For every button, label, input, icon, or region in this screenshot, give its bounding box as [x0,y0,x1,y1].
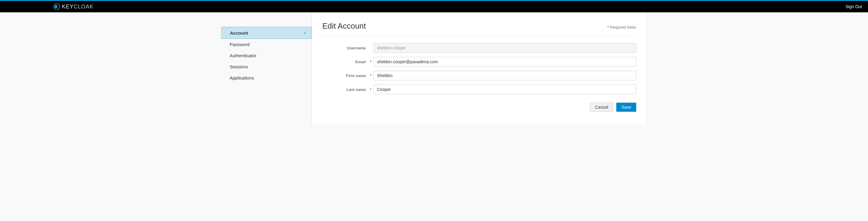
form-actions: Cancel Save [322,103,636,112]
label-last-name: Last name [322,87,368,92]
username-input [374,43,636,53]
sidebar-item-account[interactable]: Account › [221,27,311,39]
sidebar-item-label: Authenticator [230,53,256,58]
required-marker: * [368,87,374,92]
sidebar-item-label: Account [230,30,248,36]
form-row-username: Username [322,43,636,53]
brand-text: KEYCLOAK [62,4,94,10]
main-header: Edit Account * Required fields [322,22,636,36]
label-username: Username [322,46,368,50]
form-row-email: Email * [322,57,636,67]
required-marker: * [368,60,374,64]
email-input[interactable] [374,57,636,67]
topbar: KEYCLOAK Sign Out [0,1,868,12]
cancel-button[interactable]: Cancel [590,103,613,112]
main-panel: Edit Account * Required fields Username … [312,12,647,124]
sidebar-item-authenticator[interactable]: Authenticator [221,50,311,61]
save-button[interactable]: Save [616,103,636,112]
label-email: Email [322,60,368,64]
sidebar-item-password[interactable]: Password [221,39,311,50]
sidebar: Account › Password Authenticator Session… [221,12,312,124]
chevron-right-icon: › [304,30,306,36]
page-title: Edit Account [322,22,366,31]
required-fields-note: * Required fields [608,25,636,30]
sidebar-item-label: Applications [230,75,254,80]
form-row-first-name: First name * [322,71,636,80]
sidebar-item-applications[interactable]: Applications [221,72,311,83]
label-first-name: First name [322,73,368,78]
last-name-input[interactable] [374,85,636,94]
required-marker: * [368,73,374,78]
sign-out-link[interactable]: Sign Out [846,4,862,9]
sidebar-item-sessions[interactable]: Sessions [221,61,311,72]
sidebar-item-label: Password [230,42,250,47]
first-name-input[interactable] [374,71,636,80]
brand-logo[interactable]: KEYCLOAK [53,3,94,10]
form-row-last-name: Last name * [322,85,636,94]
keycloak-icon [53,3,61,10]
sidebar-item-label: Sessions [230,64,248,69]
